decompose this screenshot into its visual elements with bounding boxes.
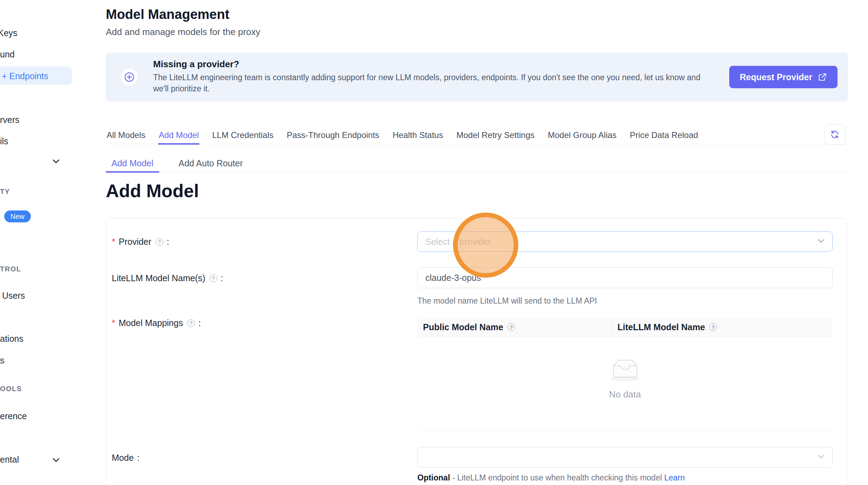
help-question-icon[interactable]: ? (187, 319, 195, 327)
request-provider-label: Request Provider (740, 72, 812, 82)
sidebar-item-organizations[interactable]: ations (0, 334, 23, 344)
column-litellm-model-name: LiteLLM Model Name ? (612, 317, 717, 337)
new-badge: New (4, 210, 31, 222)
tab-add-model[interactable]: Add Model (158, 127, 200, 145)
subtab-add-auto-router[interactable]: Add Auto Router (173, 153, 248, 172)
missing-provider-banner: Missing a provider? The LiteLLM engineer… (106, 53, 848, 102)
sidebar-item-guardrails[interactable]: ils (0, 136, 8, 146)
help-question-icon[interactable]: ? (156, 238, 163, 246)
banner-body-line1: The LiteLLM engineering team is constant… (153, 73, 700, 82)
refresh-icon (830, 130, 840, 139)
model-mappings-table-header: Public Model Name ? LiteLLM Model Name ? (417, 317, 833, 337)
required-marker: * (112, 318, 115, 328)
add-model-form-card: * Provider ? : Select a provider LiteLLM… (106, 218, 848, 485)
tab-pass-through-endpoints[interactable]: Pass-Through Endpoints (286, 127, 380, 144)
sidebar-item-models-endpoints-label[interactable]: + Endpoints (2, 71, 48, 81)
request-provider-button[interactable]: Request Provider (729, 66, 838, 88)
sidebar-section-header: OOLS (0, 385, 22, 393)
litellm-model-name-help: The model name LiteLLM will send to the … (417, 296, 597, 306)
chevron-down-icon[interactable] (53, 158, 59, 163)
learn-link[interactable]: Learn (664, 473, 685, 482)
label-colon: : (198, 318, 201, 328)
litellm-model-name-input[interactable]: claude-3-opus (417, 267, 833, 288)
no-data-text: No data (417, 389, 833, 400)
column-divider (612, 321, 612, 333)
external-link-icon (818, 72, 827, 82)
litellm-model-name-value: claude-3-opus (425, 273, 481, 283)
help-question-icon[interactable]: ? (507, 323, 515, 331)
model-mappings-table-body: No data (417, 337, 833, 430)
refresh-button[interactable] (824, 124, 845, 145)
provider-select-placeholder: Select a provider (425, 237, 491, 247)
sidebar-item-reference[interactable]: erence (0, 411, 27, 421)
tab-model-retry-settings[interactable]: Model Retry Settings (456, 127, 535, 144)
model-management-tabs: All Models Add Model LLM Credentials Pas… (106, 127, 848, 144)
sidebar-item-playground[interactable]: und (0, 49, 15, 60)
sidebar-item-users[interactable]: Users (2, 291, 25, 301)
chevron-down-icon[interactable] (53, 456, 59, 462)
tab-llm-credentials[interactable]: LLM Credentials (211, 127, 274, 144)
provider-label: * Provider ? : (112, 237, 169, 247)
plus-circle-icon (121, 69, 138, 85)
sidebar-item-experimental[interactable]: ental (0, 455, 19, 465)
column-header-text: Public Model Name (423, 322, 503, 332)
sidebar-item-keys[interactable]: Keys (0, 28, 18, 38)
tab-all-models[interactable]: All Models (106, 127, 146, 144)
tab-health-status[interactable]: Health Status (392, 127, 444, 144)
required-marker: * (112, 237, 115, 247)
mode-help: Optional - LiteLLM endpoint to use when … (417, 473, 685, 483)
tab-price-data-reload[interactable]: Price Data Reload (629, 127, 699, 144)
sidebar: Keys und + Endpoints rvers ils TY New TR… (0, 0, 105, 485)
sidebar-item-teams[interactable]: s (0, 355, 5, 366)
model-mappings-label-text: Model Mappings (119, 318, 183, 328)
litellm-model-name-label-text: LiteLLM Model Name(s) (112, 273, 205, 283)
banner-title: Missing a provider? (153, 59, 239, 70)
model-mappings-table: Public Model Name ? LiteLLM Model Name ?… (417, 317, 833, 430)
label-colon: : (137, 453, 140, 463)
mode-label-text: Mode (112, 453, 134, 463)
banner-body-line2: we'll prioritize it. (153, 84, 210, 93)
empty-box-icon (607, 355, 643, 384)
label-colon: : (221, 273, 223, 283)
add-model-subtabs: Add Model Add Auto Router (106, 153, 848, 172)
chevron-down-icon (817, 452, 825, 462)
optional-text: Optional (417, 473, 450, 482)
column-public-model-name: Public Model Name ? (417, 317, 612, 337)
help-question-icon[interactable]: ? (709, 323, 717, 331)
subtab-add-model[interactable]: Add Model (106, 153, 159, 173)
sidebar-item-servers[interactable]: rvers (0, 115, 20, 125)
page-title: Model Management (106, 7, 230, 22)
provider-label-text: Provider (119, 237, 151, 247)
help-question-icon[interactable]: ? (210, 275, 217, 282)
mode-select[interactable] (417, 447, 833, 468)
chevron-down-icon (817, 237, 825, 247)
empty-state: No data (417, 355, 833, 400)
column-header-text: LiteLLM Model Name (617, 322, 705, 332)
add-model-heading: Add Model (106, 180, 199, 201)
label-colon: : (167, 237, 169, 247)
model-mappings-label: * Model Mappings ? : (112, 318, 201, 328)
mode-label: Mode : (112, 453, 140, 463)
provider-select[interactable]: Select a provider (417, 231, 833, 252)
litellm-model-name-label: LiteLLM Model Name(s) ? : (112, 273, 223, 283)
tab-model-group-alias[interactable]: Model Group Alias (547, 127, 617, 144)
page-subtitle: Add and manage models for the proxy (106, 27, 260, 37)
sidebar-section-header: TROL (0, 265, 21, 273)
sidebar-section-header: TY (0, 188, 10, 196)
mode-help-text: - LiteLLM endpoint to use when health ch… (450, 473, 664, 482)
